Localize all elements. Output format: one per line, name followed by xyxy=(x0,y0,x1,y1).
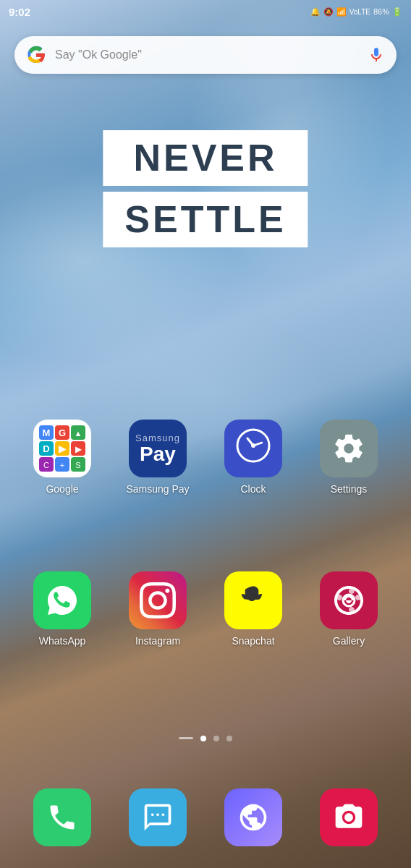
search-placeholder: Say "Ok Google" xyxy=(55,48,368,61)
svg-text:▲: ▲ xyxy=(75,429,82,438)
internet-icon xyxy=(237,801,269,833)
svg-text:+: + xyxy=(60,461,64,469)
status-time: 9:02 xyxy=(9,6,30,18)
dock-camera[interactable] xyxy=(309,788,389,846)
svg-point-26 xyxy=(357,808,360,811)
page-indicator-active xyxy=(200,736,206,741)
svg-rect-23 xyxy=(151,814,154,817)
app-gallery[interactable]: Gallery xyxy=(309,571,389,647)
wifi-icon: 📶 xyxy=(336,7,347,17)
google-app-icon: M G ▲ D ▶ ▶ C + xyxy=(38,424,87,473)
samsung-pay-icon: Samsung Pay xyxy=(135,433,180,464)
app-snapchat[interactable]: Snapchat xyxy=(213,571,293,647)
gallery-label: Gallery xyxy=(333,635,365,647)
phone-icon xyxy=(46,801,78,833)
svg-rect-24 xyxy=(156,814,159,817)
settings-label: Settings xyxy=(331,483,368,495)
app-instagram[interactable]: Instagram xyxy=(118,571,198,647)
svg-text:M: M xyxy=(43,427,51,438)
status-icons: 🔔 🔕 📶 VoLTE 86% 🔋 xyxy=(310,7,402,17)
clock-app-icon xyxy=(234,427,272,471)
status-bar: 9:02 🔔 🔕 📶 VoLTE 86% 🔋 xyxy=(0,0,411,23)
svg-text:▶: ▶ xyxy=(59,443,67,454)
signal-icon: VoLTE xyxy=(349,8,370,16)
settle-text: SETTLE xyxy=(124,199,286,240)
samsung-pay-label: Samsung Pay xyxy=(126,483,189,495)
clock-label: Clock xyxy=(240,483,266,495)
gallery-icon xyxy=(331,583,366,618)
messages-icon xyxy=(142,801,174,833)
svg-text:C: C xyxy=(43,461,49,469)
svg-text:D: D xyxy=(43,443,49,454)
page-indicator-2 xyxy=(213,736,219,741)
app-row-1: M G ▲ D ▶ ▶ C + xyxy=(0,420,411,495)
app-google[interactable]: M G ▲ D ▶ ▶ C + xyxy=(22,420,102,495)
search-bar[interactable]: Say "Ok Google" xyxy=(14,36,397,74)
never-text: NEVER xyxy=(124,137,286,179)
dock-phone[interactable] xyxy=(22,788,102,846)
app-row-2: WhatsApp Instagram Snapchat xyxy=(0,571,411,647)
battery-text: 86% xyxy=(373,7,389,16)
svg-point-21 xyxy=(251,443,255,448)
app-settings[interactable]: Settings xyxy=(309,420,389,495)
snapchat-icon xyxy=(234,582,272,619)
never-box: NEVER xyxy=(103,130,308,186)
snapchat-label: Snapchat xyxy=(232,635,274,647)
never-settle-banner: NEVER SETTLE xyxy=(103,130,308,250)
app-whatsapp[interactable]: WhatsApp xyxy=(22,571,102,647)
svg-text:S: S xyxy=(75,461,80,469)
app-samsung-pay[interactable]: Samsung Pay Samsung Pay xyxy=(118,420,198,495)
mute-icon: 🔕 xyxy=(323,7,334,17)
page-indicator-line xyxy=(179,737,193,739)
camera-icon xyxy=(333,801,365,833)
page-indicators xyxy=(0,736,411,741)
battery-icon: 🔋 xyxy=(392,7,402,17)
settle-box: SETTLE xyxy=(103,192,308,247)
alarm-icon: 🔔 xyxy=(310,7,321,17)
instagram-label: Instagram xyxy=(135,635,180,647)
google-label: Google xyxy=(46,483,78,495)
whatsapp-icon xyxy=(44,582,80,618)
settings-app-icon xyxy=(332,432,365,465)
dock-internet[interactable] xyxy=(213,788,293,846)
svg-text:G: G xyxy=(59,427,66,438)
page-indicator-3 xyxy=(226,736,232,741)
mic-icon xyxy=(368,46,385,64)
svg-rect-25 xyxy=(162,814,165,817)
dock-messages[interactable] xyxy=(118,788,198,846)
google-logo-icon xyxy=(26,45,46,65)
dock xyxy=(0,788,411,846)
instagram-icon xyxy=(140,582,176,618)
app-clock[interactable]: Clock xyxy=(213,420,293,495)
whatsapp-label: WhatsApp xyxy=(39,635,86,647)
